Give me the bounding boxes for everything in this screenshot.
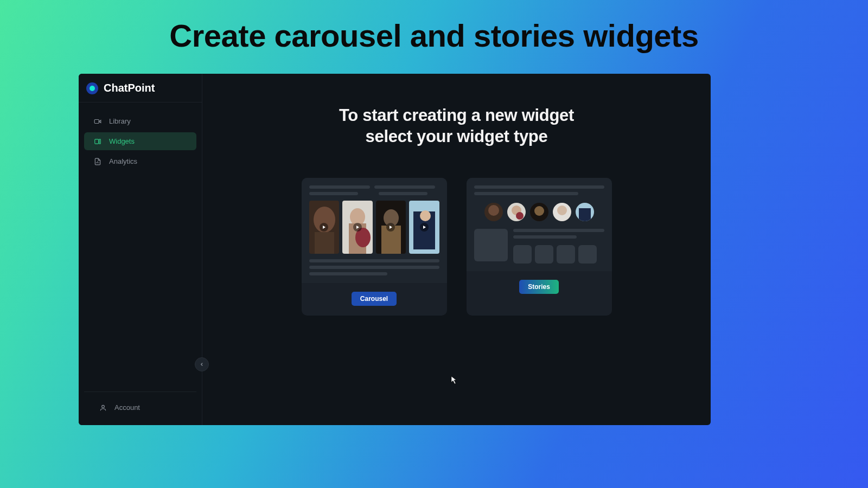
svg-rect-0 [94, 119, 99, 123]
brand: ChatPoint [79, 74, 202, 102]
analytics-icon [94, 158, 101, 165]
svg-point-25 [557, 206, 567, 215]
svg-rect-6 [315, 232, 334, 254]
carousel-button[interactable]: Carousel [352, 292, 397, 306]
story-circle [553, 203, 571, 221]
heading-line: To start creating a new widget [339, 106, 574, 125]
card-footer: Stories [467, 271, 612, 304]
svg-point-3 [102, 405, 105, 408]
preview-thumb [409, 201, 439, 254]
svg-point-16 [420, 210, 431, 221]
sidebar-footer: Account [84, 391, 196, 425]
story-circle [484, 203, 503, 221]
app-window: ChatPoint Library Widgets Analytics [79, 74, 711, 425]
carousel-preview [302, 178, 447, 283]
page-title: Create carousel and stories widgets [0, 0, 868, 54]
sidebar-item-label: Widgets [109, 137, 135, 145]
widget-type-cards: Carousel [302, 178, 612, 316]
heading-line: select your widget type [366, 127, 548, 146]
widgets-icon [94, 138, 101, 145]
svg-rect-1 [95, 139, 99, 143]
main-heading: To start creating a new widget select yo… [339, 105, 574, 147]
video-icon [94, 118, 101, 125]
sidebar-item-library[interactable]: Library [84, 112, 196, 130]
svg-point-23 [534, 206, 544, 216]
widget-card-stories[interactable]: Stories [467, 178, 612, 316]
brand-name: ChatPoint [104, 82, 155, 94]
widget-card-carousel[interactable]: Carousel [302, 178, 447, 316]
sidebar-item-label: Library [109, 117, 131, 125]
sidebar: ChatPoint Library Widgets Analytics [79, 74, 202, 425]
play-icon [320, 223, 328, 232]
sidebar-nav: Library Widgets Analytics [79, 102, 202, 170]
sidebar-item-analytics[interactable]: Analytics [84, 152, 196, 170]
sidebar-item-label: Account [114, 403, 140, 412]
svg-rect-27 [579, 208, 591, 221]
svg-rect-2 [99, 139, 100, 143]
svg-point-18 [488, 205, 499, 216]
svg-point-21 [516, 212, 524, 220]
chevron-left-icon [199, 359, 205, 369]
preview-thumb [376, 201, 406, 254]
play-icon [420, 223, 429, 232]
stories-button[interactable]: Stories [519, 280, 559, 294]
story-circle [507, 203, 526, 221]
stories-preview [467, 178, 612, 271]
brand-logo-icon [86, 82, 98, 94]
story-circle [530, 203, 548, 221]
preview-thumb [309, 201, 340, 254]
story-circle [576, 203, 594, 221]
user-icon [99, 404, 107, 412]
sidebar-item-widgets[interactable]: Widgets [84, 132, 196, 150]
sidebar-item-account[interactable]: Account [90, 399, 191, 416]
preview-thumb [342, 201, 373, 254]
play-icon [353, 223, 362, 232]
sidebar-item-label: Analytics [109, 157, 137, 165]
play-icon [386, 223, 395, 232]
main-content: To start creating a new widget select yo… [202, 74, 711, 425]
card-footer: Carousel [302, 283, 447, 316]
sidebar-collapse-button[interactable] [195, 357, 209, 371]
